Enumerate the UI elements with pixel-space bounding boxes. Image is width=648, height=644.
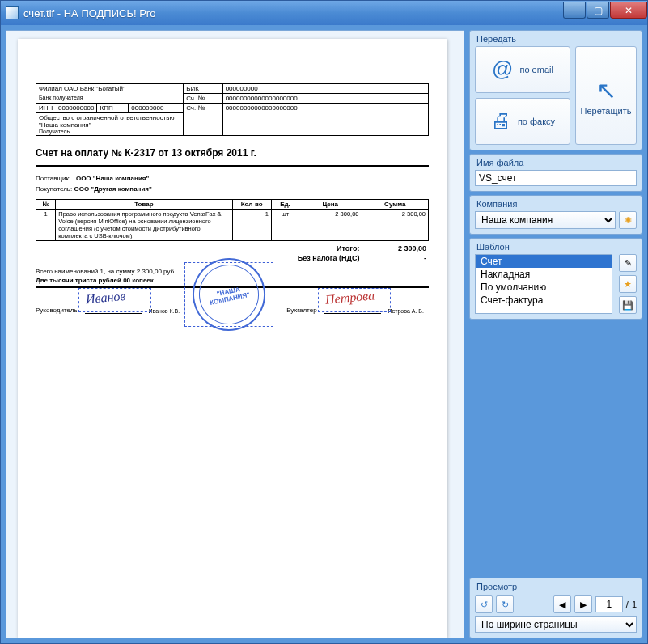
- company-select[interactable]: Наша компания: [475, 211, 616, 229]
- signature-director-box[interactable]: Ивaнoв: [78, 288, 151, 312]
- name-director: Иванов К.В.: [149, 308, 180, 314]
- page-next-button[interactable]: ▶: [574, 595, 592, 613]
- pencil-icon: ✎: [625, 258, 632, 269]
- kpp-value: 000000000: [129, 104, 184, 113]
- template-edit-button[interactable]: ✎: [619, 254, 637, 272]
- titlebar: счет.tif - НА ПОДПИСЬ! Pro — ▢ ✕: [1, 1, 647, 25]
- drag-label: Перетащить: [581, 106, 632, 116]
- kpp-label: КПП: [97, 104, 129, 113]
- inn-label: ИНН: [39, 104, 53, 112]
- col-no: №: [36, 200, 56, 210]
- total-label: Итого:: [295, 244, 362, 253]
- chevron-right-icon: ▶: [580, 600, 587, 610]
- bank-branch: Филиал ОАО Банк "Богатый": [36, 84, 184, 94]
- signature-accountant-scribble: Пeтpoвa: [324, 288, 375, 307]
- printer-icon: 🖨: [490, 108, 511, 133]
- send-email-button[interactable]: @по email: [475, 46, 570, 93]
- viewer-title: Просмотр: [475, 582, 637, 594]
- templates-group: Шаблон Счет Накладная По умолчанию Счет-…: [469, 238, 642, 320]
- page-sep: /: [626, 600, 629, 609]
- send-email-label: по email: [519, 65, 553, 74]
- company-settings-button[interactable]: ✺: [619, 211, 637, 229]
- app-icon: [6, 6, 19, 19]
- filename-input[interactable]: [475, 170, 637, 186]
- rotate-ccw-icon: ↺: [481, 600, 488, 610]
- buyer-value: ООО "Другая компания": [74, 185, 151, 193]
- invoice-title: Счет на оплату № К-2317 от 13 октября 20…: [36, 147, 429, 159]
- page-total: 1: [632, 600, 637, 609]
- supplier-value: ООО "Наша компания": [76, 175, 149, 182]
- supplier-label: Поставщик:: [36, 175, 70, 182]
- rotate-ccw-button[interactable]: ↺: [475, 595, 493, 613]
- col-price: Цена: [299, 200, 362, 210]
- no-tax-value: -: [362, 253, 429, 263]
- close-button[interactable]: ✕: [610, 2, 647, 19]
- company-title: Компания: [475, 199, 637, 211]
- bank-details-table: Филиал ОАО Банк "Богатый" БИК 000000000 …: [36, 83, 429, 136]
- viewer-group: Просмотр ↺ ↻ ◀ ▶ / 1 По ширине страницы: [469, 578, 642, 638]
- page-prev-button[interactable]: ◀: [553, 595, 571, 613]
- save-icon: 💾: [622, 300, 633, 311]
- bik-label: БИК: [184, 84, 223, 94]
- buyer-label: Покупатель:: [36, 185, 72, 193]
- window-title: счет.tif - НА ПОДПИСЬ! Pro: [23, 7, 562, 19]
- signature-accountant-box[interactable]: Пeтpoвa: [318, 288, 391, 312]
- document-page: Филиал ОАО Банк "Богатый" БИК 000000000 …: [18, 39, 447, 638]
- template-save-button[interactable]: 💾: [619, 296, 637, 314]
- list-item[interactable]: Счет-фактура: [476, 294, 612, 307]
- inn-value: 0000000000: [58, 104, 95, 112]
- page-number-input[interactable]: [595, 596, 623, 612]
- document-preview-pane[interactable]: Филиал ОАО Банк "Богатый" БИК 000000000 …: [6, 30, 464, 638]
- total-value: 2 300,00: [362, 244, 429, 253]
- minimize-button[interactable]: —: [563, 2, 586, 19]
- rotate-cw-icon: ↻: [502, 600, 509, 610]
- acct-label-1: Сч. №: [184, 94, 223, 104]
- templates-title: Шаблон: [475, 242, 637, 254]
- list-item[interactable]: По умолчанию: [476, 281, 612, 294]
- col-unit: Ед.: [272, 200, 299, 210]
- company-line1: Общество с ограниченной ответственностью: [39, 114, 180, 121]
- template-new-button[interactable]: ★: [619, 275, 637, 293]
- filename-title: Имя файла: [475, 158, 637, 170]
- signature-director-scribble: Ивaнoв: [85, 289, 126, 307]
- company-group: Компания Наша компания ✺: [469, 195, 642, 235]
- send-fax-button[interactable]: 🖨по факсу: [475, 98, 570, 145]
- transfer-title: Передать: [475, 34, 637, 46]
- templates-list[interactable]: Счет Накладная По умолчанию Счет-фактура: [475, 254, 612, 314]
- acct-value-2: 00000000000000000000: [222, 104, 428, 136]
- send-fax-label: по факсу: [518, 117, 555, 126]
- acct-label-2: Сч. №: [184, 104, 223, 136]
- stamp-icon: "НАШАКОМПАНИЯ": [186, 252, 273, 338]
- role-accountant: Бухгалтер: [286, 307, 316, 314]
- rotate-cw-button[interactable]: ↻: [496, 595, 514, 613]
- no-tax-label: Без налога (НДС): [295, 253, 362, 263]
- maximize-button[interactable]: ▢: [587, 2, 609, 19]
- company-line2: "Наша компания": [39, 121, 180, 129]
- acct-value-1: 00000000000000000000: [222, 94, 428, 104]
- name-accountant: Петрова А. Б.: [388, 308, 424, 314]
- list-item[interactable]: Счет: [476, 255, 612, 268]
- col-qty: Кол-во: [232, 200, 272, 210]
- col-sum: Сумма: [362, 200, 428, 210]
- col-product: Товар: [56, 200, 232, 210]
- transfer-group: Передать @по email 🖨по факсу ↖ Перетащит…: [469, 30, 642, 150]
- bik-value: 000000000: [222, 84, 428, 94]
- cursor-icon: ↖: [596, 76, 616, 104]
- zoom-select[interactable]: По ширине страницы: [475, 616, 637, 633]
- list-item[interactable]: Накладная: [476, 268, 612, 281]
- stamp-box[interactable]: "НАШАКОМПАНИЯ": [184, 262, 273, 327]
- chevron-left-icon: ◀: [559, 600, 565, 610]
- star-icon: ★: [624, 279, 632, 290]
- recipient-label: Получатель: [39, 129, 180, 134]
- items-table: № Товар Кол-во Ед. Цена Сумма 1 Право ис…: [36, 199, 429, 241]
- filename-group: Имя файла: [469, 154, 642, 192]
- at-icon: @: [492, 57, 513, 82]
- drag-button[interactable]: ↖ Перетащить: [575, 46, 637, 145]
- role-director: Руководитель: [36, 307, 78, 314]
- bank-recipient-label: Банк получателя: [36, 94, 184, 104]
- gear-icon: ✺: [625, 215, 632, 226]
- table-row: 1 Право использования программного проду…: [36, 210, 429, 241]
